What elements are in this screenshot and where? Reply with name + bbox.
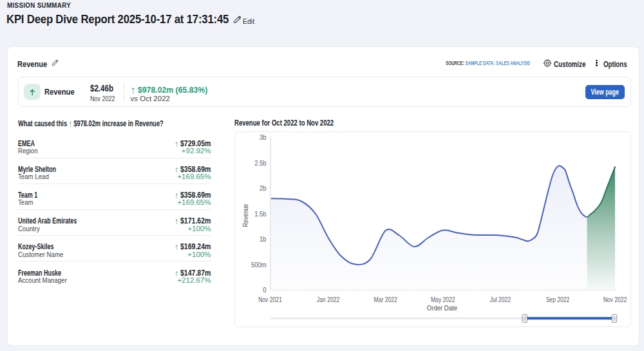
svg-text:May 2022: May 2022	[431, 296, 455, 303]
svg-text:Order Date: Order Date	[427, 305, 458, 312]
svg-text:Jan 2022: Jan 2022	[317, 296, 339, 303]
svg-text:Nov 2022: Nov 2022	[603, 296, 627, 303]
svg-text:Mar 2022: Mar 2022	[374, 296, 397, 303]
svg-text:1.5b: 1.5b	[254, 210, 267, 218]
svg-text:Jul 2022: Jul 2022	[490, 296, 511, 303]
svg-text:2.5b: 2.5b	[254, 159, 267, 167]
svg-text:Sep 2022: Sep 2022	[546, 296, 570, 303]
svg-text:0: 0	[263, 287, 267, 294]
svg-text:500m: 500m	[251, 261, 267, 269]
svg-text:Revenue: Revenue	[242, 204, 249, 227]
svg-text:2b: 2b	[260, 185, 267, 193]
svg-text:1b: 1b	[260, 236, 267, 243]
svg-text:3b: 3b	[260, 134, 267, 142]
svg-text:Nov 2021: Nov 2021	[258, 296, 282, 303]
